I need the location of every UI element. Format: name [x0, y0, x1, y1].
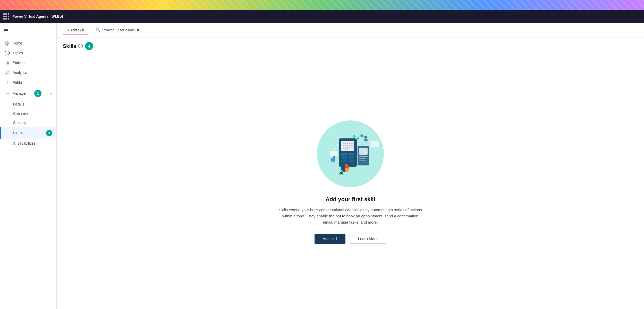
sidebar-item-home-label: Home — [13, 41, 22, 45]
empty-add-skill-label: Add skill — [323, 236, 337, 241]
sidebar-item-manage-label: Manage — [13, 91, 26, 95]
svg-point-20 — [352, 147, 353, 148]
sidebar-item-home[interactable]: 🏠 Home — [0, 38, 56, 48]
analytics-icon: 📈 — [5, 70, 10, 75]
empty-add-skill-button[interactable]: Add skill — [315, 234, 345, 244]
entities-icon: ⊞ — [5, 60, 10, 65]
sidebar-item-manage[interactable]: ✏ Manage 2 ∧ — [0, 87, 56, 100]
svg-point-18 — [349, 147, 350, 148]
sidebar-item-channels-label: Channels — [13, 111, 28, 116]
sidebar-item-details[interactable]: Details — [0, 100, 56, 109]
page-title: Skills — [63, 43, 76, 49]
sidebar-nav: 🏠 Home 💬 Topics ⊞ Entities 📈 Analytics ↑… — [0, 36, 56, 150]
svg-point-46 — [337, 144, 338, 146]
svg-point-11 — [347, 145, 348, 146]
provide-id-button[interactable]: 🔍 Provide ID for allow list — [92, 26, 142, 34]
sidebar-item-security[interactable]: Security — [0, 118, 56, 127]
svg-rect-34 — [359, 158, 366, 159]
info-icon[interactable]: i — [78, 44, 83, 48]
sidebar-item-security-label: Security — [13, 121, 26, 125]
topics-icon: 💬 — [5, 51, 10, 55]
svg-point-39 — [364, 139, 368, 142]
main-layout: 🏠 Home 💬 Topics ⊞ Entities 📈 Analytics ↑… — [0, 23, 644, 309]
add-skill-button[interactable]: + Add skill — [63, 26, 88, 34]
svg-point-5 — [347, 143, 348, 144]
svg-rect-26 — [341, 156, 347, 158]
sidebar-item-channels[interactable]: Channels — [0, 109, 56, 118]
svg-rect-37 — [370, 141, 379, 147]
sidebar-item-analytics-label: Analytics — [13, 70, 27, 75]
svg-rect-2 — [341, 141, 354, 151]
svg-point-4 — [345, 143, 346, 144]
hamburger-button[interactable] — [0, 25, 56, 34]
publish-icon: ↑ — [5, 80, 10, 85]
svg-point-6 — [349, 143, 350, 144]
search-icon: 🔍 — [96, 28, 101, 33]
skills-illustration — [314, 118, 386, 190]
hamburger-icon — [4, 28, 8, 31]
app-header: Power Virtual Agents | WLBot — [0, 10, 644, 23]
svg-point-22 — [345, 148, 346, 149]
svg-point-17 — [347, 147, 348, 148]
manage-badge: 2 — [34, 90, 41, 97]
sidebar: 🏠 Home 💬 Topics ⊞ Entities 📈 Analytics ↑… — [0, 23, 57, 309]
svg-point-45 — [353, 135, 355, 138]
svg-point-38 — [364, 136, 367, 139]
app-title: Power Virtual Agents | WLBot — [12, 14, 63, 19]
empty-state: Add your first skill Skills extend your … — [57, 52, 644, 309]
svg-point-43 — [357, 137, 359, 139]
svg-point-7 — [351, 143, 352, 144]
svg-rect-27 — [349, 156, 354, 158]
svg-point-21 — [343, 148, 344, 149]
sidebar-item-ai-capabilities[interactable]: AI capabilities — [0, 139, 56, 148]
empty-state-actions: Add skill Learn More — [315, 234, 386, 244]
svg-point-8 — [352, 143, 353, 144]
sidebar-item-details-label: Details — [13, 102, 24, 106]
svg-point-13 — [351, 145, 352, 146]
svg-point-47 — [335, 148, 336, 149]
svg-rect-40 — [331, 158, 333, 162]
manage-icon: ✏ — [5, 91, 10, 96]
add-skill-button-label: + Add skill — [67, 28, 84, 32]
svg-rect-41 — [333, 156, 335, 162]
sidebar-item-analytics[interactable]: 📈 Analytics — [0, 68, 56, 77]
svg-rect-33 — [359, 156, 368, 157]
svg-rect-25 — [349, 153, 354, 155]
svg-rect-24 — [341, 153, 347, 155]
sidebar-item-skills[interactable]: Skills 3 — [0, 127, 56, 139]
svg-point-16 — [345, 147, 346, 148]
svg-point-12 — [349, 145, 350, 146]
svg-rect-28 — [341, 160, 347, 162]
svg-point-9 — [343, 145, 344, 146]
sidebar-item-entities[interactable]: ⊞ Entities — [0, 58, 56, 68]
svg-rect-29 — [349, 160, 354, 162]
svg-point-19 — [351, 147, 352, 148]
page-title-bar: Skills i 4 — [57, 38, 644, 52]
sidebar-item-ai-capabilities-label: AI capabilities — [13, 141, 35, 145]
toolbar: + Add skill 🔍 Provide ID for allow list — [57, 23, 644, 38]
manage-chevron: ∧ — [50, 92, 52, 95]
svg-rect-32 — [359, 148, 368, 155]
home-icon: 🏠 — [5, 41, 10, 46]
svg-point-44 — [360, 134, 363, 137]
svg-point-10 — [345, 145, 346, 146]
sidebar-item-topics-label: Topics — [13, 51, 23, 55]
skills-badge: 3 — [46, 130, 52, 136]
sidebar-item-topics[interactable]: 💬 Topics — [0, 48, 56, 58]
svg-point-14 — [352, 145, 353, 146]
provide-id-button-label: Provide ID for allow list — [102, 28, 139, 32]
top-banner — [0, 0, 644, 10]
sidebar-top — [0, 23, 56, 36]
sidebar-item-publish[interactable]: ↑ Publish — [0, 77, 56, 87]
learn-more-button[interactable]: Learn More — [350, 234, 386, 244]
sidebar-item-publish-label: Publish — [13, 80, 24, 84]
svg-rect-35 — [359, 160, 366, 161]
svg-point-23 — [347, 148, 348, 149]
sidebar-item-entities-label: Entities — [13, 61, 24, 65]
content-area: + Add skill 🔍 Provide ID for allow list … — [57, 23, 644, 309]
empty-state-title: Add your first skill — [325, 196, 375, 203]
app-dots — [3, 13, 9, 20]
svg-point-3 — [343, 143, 344, 144]
svg-point-15 — [343, 147, 344, 148]
page-title-badge: 4 — [85, 42, 93, 50]
